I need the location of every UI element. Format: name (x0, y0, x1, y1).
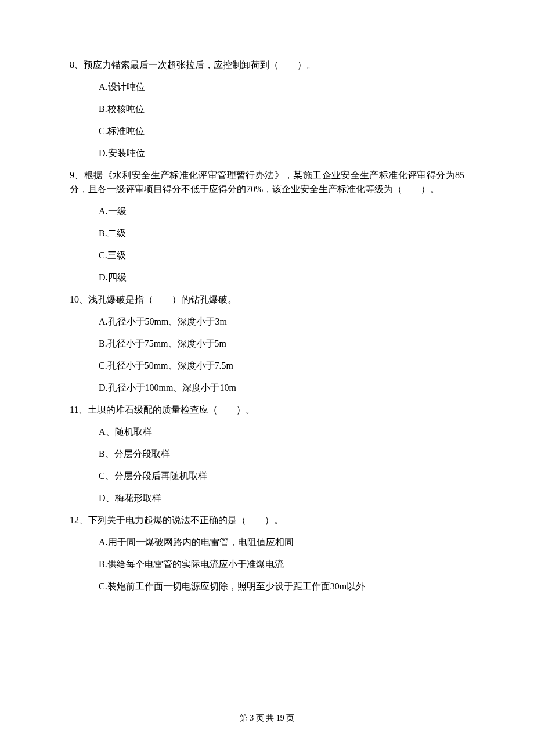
option-b: B.供给每个电雷管的实际电流应小于准爆电流 (99, 557, 464, 571)
question-10: 10、浅孔爆破是指（ ）的钻孔爆破。 A.孔径小于50mm、深度小于3m B.孔… (70, 293, 464, 395)
question-8: 8、预应力锚索最后一次超张拉后，应控制卸荷到（ ）。 A.设计吨位 B.校核吨位… (70, 58, 464, 160)
q-number: 12、 (70, 515, 88, 525)
options-list: A.设计吨位 B.校核吨位 C.标准吨位 D.安装吨位 (99, 80, 464, 160)
option-d: D、梅花形取样 (99, 491, 464, 505)
option-c: C.装炮前工作面一切电源应切除，照明至少设于距工作面30m以外 (99, 579, 464, 593)
q-body: 浅孔爆破是指（ ）的钻孔爆破。 (88, 294, 237, 304)
question-text: 12、下列关于电力起爆的说法不正确的是（ ）。 (70, 513, 464, 527)
options-list: A.一级 B.二级 C.三级 D.四级 (99, 204, 464, 285)
option-a: A.设计吨位 (99, 80, 464, 94)
q-number: 11、 (70, 405, 88, 415)
option-a: A、随机取样 (99, 425, 464, 439)
q-number: 10、 (70, 294, 88, 304)
option-d: D.孔径小于100mm、深度小于10m (99, 381, 464, 395)
option-b: B、分层分段取样 (99, 447, 464, 461)
question-11: 11、土坝的堆石级配的质量检查应（ ）。 A、随机取样 B、分层分段取样 C、分… (70, 403, 464, 505)
q-body: 预应力锚索最后一次超张拉后，应控制卸荷到（ ）。 (84, 60, 316, 70)
q-body: 土坝的堆石级配的质量检查应（ ）。 (88, 405, 255, 415)
question-text: 10、浅孔爆破是指（ ）的钻孔爆破。 (70, 293, 464, 307)
q-number: 8、 (70, 60, 84, 70)
question-text: 11、土坝的堆石级配的质量检查应（ ）。 (70, 403, 464, 417)
q-body: 下列关于电力起爆的说法不正确的是（ ）。 (88, 515, 283, 525)
option-c: C、分层分段后再随机取样 (99, 469, 464, 483)
question-12: 12、下列关于电力起爆的说法不正确的是（ ）。 A.用于同一爆破网路内的电雷管，… (70, 513, 464, 593)
option-d: D.安装吨位 (99, 146, 464, 160)
question-text: 8、预应力锚索最后一次超张拉后，应控制卸荷到（ ）。 (70, 58, 464, 72)
options-list: A.孔径小于50mm、深度小于3m B.孔径小于75mm、深度小于5m C.孔径… (99, 315, 464, 395)
option-b: B.二级 (99, 226, 464, 240)
option-a: A.孔径小于50mm、深度小于3m (99, 315, 464, 329)
option-c: C.标准吨位 (99, 124, 464, 138)
question-text: 9、根据《水利安全生产标准化评审管理暂行办法》，某施工企业安全生产标准化评审得分… (70, 168, 464, 196)
option-b: B.孔径小于75mm、深度小于5m (99, 337, 464, 351)
option-a: A.用于同一爆破网路内的电雷管，电阻值应相同 (99, 535, 464, 549)
question-9: 9、根据《水利安全生产标准化评审管理暂行办法》，某施工企业安全生产标准化评审得分… (70, 168, 464, 285)
option-c: C.孔径小于50mm、深度小于7.5m (99, 359, 464, 373)
option-d: D.四级 (99, 271, 464, 285)
page-content: 8、预应力锚索最后一次超张拉后，应控制卸荷到（ ）。 A.设计吨位 B.校核吨位… (0, 0, 534, 593)
q-number: 9、 (70, 170, 84, 180)
q-body: 根据《水利安全生产标准化评审管理暂行办法》，某施工企业安全生产标准化评审得分为8… (70, 170, 464, 194)
page-footer: 第 3 页 共 19 页 (0, 713, 534, 723)
options-list: A.用于同一爆破网路内的电雷管，电阻值应相同 B.供给每个电雷管的实际电流应小于… (99, 535, 464, 593)
options-list: A、随机取样 B、分层分段取样 C、分层分段后再随机取样 D、梅花形取样 (99, 425, 464, 505)
option-c: C.三级 (99, 249, 464, 262)
option-b: B.校核吨位 (99, 102, 464, 116)
option-a: A.一级 (99, 204, 464, 218)
